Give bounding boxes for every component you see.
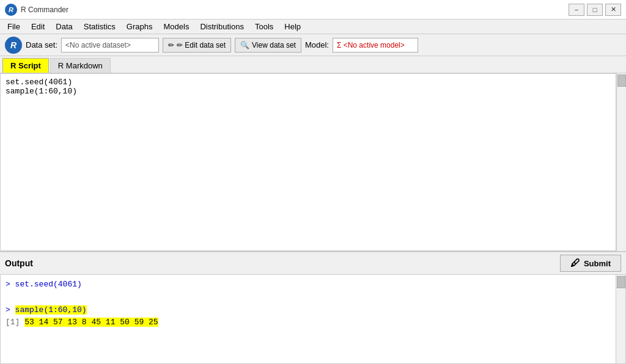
output-header: Output 🖊 Submit bbox=[0, 252, 626, 274]
tab-rmarkdown-label: R Markdown bbox=[58, 61, 103, 70]
tab-rscript[interactable]: R Script bbox=[2, 58, 49, 73]
output-line-2: > sample(1:60,10) bbox=[6, 304, 611, 317]
menu-distributions[interactable]: Distributions bbox=[195, 21, 249, 32]
result-prefix: [1] bbox=[6, 318, 20, 327]
output-scrollbar-vertical[interactable] bbox=[616, 275, 625, 363]
script-editor[interactable]: set.seed(4061) sample(1:60,10) bbox=[1, 74, 616, 250]
menubar: File Edit Data Statistics Graphs Models … bbox=[0, 20, 626, 34]
submit-label: Submit bbox=[584, 259, 611, 268]
edit-icon: ✏ bbox=[168, 41, 174, 49]
script-area[interactable]: set.seed(4061) sample(1:60,10) bbox=[0, 73, 616, 251]
menu-tools[interactable]: Tools bbox=[250, 21, 278, 32]
edit-dataset-button[interactable]: ✏ ✏ Edit data set bbox=[163, 38, 231, 53]
submit-button[interactable]: 🖊 Submit bbox=[560, 255, 621, 272]
menu-data[interactable]: Data bbox=[51, 21, 77, 32]
output-section: Output 🖊 Submit > set.seed(4061) > sampl… bbox=[0, 251, 626, 364]
dataset-label: Data set: bbox=[26, 40, 57, 49]
script-area-wrapper: set.seed(4061) sample(1:60,10) bbox=[0, 73, 626, 251]
prompt-2: > bbox=[6, 305, 15, 315]
view-dataset-label: View data set bbox=[252, 41, 296, 49]
tab-rscript-label: R Script bbox=[10, 61, 41, 70]
output-line-result: [1] 53 14 57 13 8 45 11 50 59 25 bbox=[6, 316, 611, 329]
output-scrollbar-thumb[interactable] bbox=[617, 276, 625, 288]
view-dataset-button[interactable]: 🔍 View data set bbox=[235, 38, 301, 53]
prompt-1: > bbox=[6, 280, 15, 289]
result-values: 53 14 57 13 8 45 11 50 59 25 bbox=[24, 318, 158, 327]
menu-file[interactable]: File bbox=[2, 21, 25, 32]
output-content-wrapper: > set.seed(4061) > sample(1:60,10) [1] 5… bbox=[0, 274, 626, 364]
close-button[interactable]: ✕ bbox=[605, 4, 621, 16]
minimize-button[interactable]: − bbox=[569, 4, 584, 16]
r-logo-icon: R bbox=[5, 4, 17, 16]
titlebar-controls: − □ ✕ bbox=[569, 4, 621, 16]
model-display[interactable]: Σ <No active model> bbox=[333, 38, 418, 53]
model-label: Model: bbox=[305, 40, 329, 49]
tabbar: R Script R Markdown bbox=[0, 56, 626, 73]
command-1: set.seed(4061) bbox=[15, 280, 82, 289]
menu-statistics[interactable]: Statistics bbox=[79, 21, 120, 32]
edit-dataset-label: ✏ Edit data set bbox=[177, 41, 226, 49]
maximize-button[interactable]: □ bbox=[587, 4, 603, 16]
menu-edit[interactable]: Edit bbox=[26, 21, 50, 32]
view-icon: 🔍 bbox=[240, 41, 249, 49]
menu-graphs[interactable]: Graphs bbox=[122, 21, 158, 32]
titlebar-title: R Commander bbox=[21, 5, 68, 14]
toolbar-r-icon: R bbox=[5, 37, 22, 54]
menu-models[interactable]: Models bbox=[158, 21, 194, 32]
dataset-value: <No active dataset> bbox=[65, 41, 131, 49]
model-value: Σ <No active model> bbox=[337, 41, 405, 49]
submit-icon: 🖊 bbox=[570, 258, 580, 269]
toolbar: R Data set: <No active dataset> ✏ ✏ Edit… bbox=[0, 34, 626, 56]
script-scrollbar-vertical[interactable] bbox=[616, 73, 626, 251]
dataset-display[interactable]: <No active dataset> bbox=[61, 38, 159, 53]
command-2: sample(1:60,10) bbox=[15, 305, 87, 315]
output-label: Output bbox=[5, 258, 33, 268]
titlebar: R R Commander − □ ✕ bbox=[0, 0, 626, 20]
output-line-blank bbox=[6, 291, 611, 304]
titlebar-left: R R Commander bbox=[5, 4, 68, 16]
output-line-1: > set.seed(4061) bbox=[6, 278, 611, 291]
script-scrollbar-thumb[interactable] bbox=[617, 75, 626, 87]
tab-rmarkdown[interactable]: R Markdown bbox=[50, 58, 111, 73]
output-console: > set.seed(4061) > sample(1:60,10) [1] 5… bbox=[1, 275, 616, 363]
menu-help[interactable]: Help bbox=[279, 21, 306, 32]
